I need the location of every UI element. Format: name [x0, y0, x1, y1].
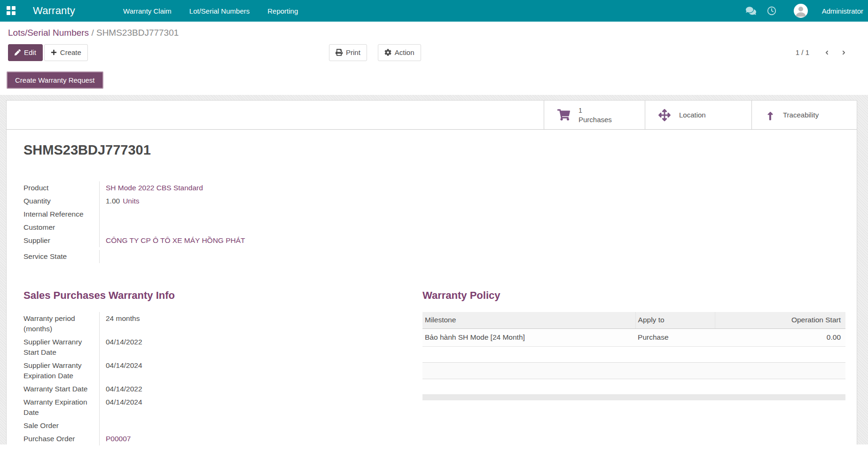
main-menu: Warranty Claim Lot/Serial Numbers Report… — [123, 1, 298, 21]
create-button[interactable]: Create — [44, 44, 88, 61]
field-label-product: Product — [23, 181, 99, 195]
column-header-operation-start[interactable]: Operation Start — [715, 312, 845, 328]
printer-icon — [336, 49, 343, 56]
chevron-left-icon — [824, 48, 830, 57]
purchases-count: 1 — [579, 107, 582, 114]
field-row-supplier-warranty-expiration: Supplier Warranty Expiration Date 04/14/… — [23, 359, 422, 382]
breadcrumb-separator: / — [91, 28, 94, 38]
app-brand[interactable]: Warranty — [33, 5, 75, 17]
menu-reporting[interactable]: Reporting — [267, 1, 298, 21]
pager-next-button[interactable] — [837, 47, 850, 59]
menu-warranty-claim[interactable]: Warranty Claim — [123, 1, 172, 21]
top-navbar: Warranty Warranty Claim Lot/Serial Numbe… — [0, 0, 868, 22]
warranty-policy-section: Warranty Policy Milestone Apply to Opera… — [422, 289, 857, 445]
control-panel-buttons: Edit Create Print Action 1 / 1 — [8, 44, 860, 61]
field-label-quantity: Quantity — [23, 195, 99, 208]
smart-button-location[interactable]: Location — [645, 101, 751, 129]
messages-icon[interactable] — [746, 6, 756, 16]
field-row-warranty-expiration: Warranty Expiration Date 04/14/2024 — [23, 396, 422, 419]
pencil-icon — [15, 49, 21, 55]
navbar-systray: Administrator — [746, 4, 863, 18]
field-label-warranty-start: Warranty Start Date — [23, 382, 99, 396]
field-row-internal-reference: Internal Reference — [23, 208, 857, 221]
field-row-warranty-start: Warranty Start Date 04/14/2022 — [23, 382, 422, 396]
empty-table-row — [422, 362, 845, 379]
table-row[interactable]: Bảo hành SH Mode [24 Month] Purchase 0.0… — [422, 328, 845, 346]
field-label-supplier-warranty-start: Supplier Warranry Start Date — [23, 335, 99, 359]
table-footer-bar — [422, 394, 845, 400]
content-background: 1 Purchases Location Traceability SHMS23… — [0, 95, 868, 444]
apps-grid-icon[interactable] — [7, 6, 16, 16]
warranty-info-title: Sales Purchases Warranty Info — [23, 289, 422, 302]
supplier-warranty-start-value: 04/14/2022 — [99, 335, 422, 359]
edit-button[interactable]: Edit — [8, 44, 43, 61]
purchases-label: Purchases — [579, 116, 612, 124]
traceability-label: Traceability — [783, 110, 819, 119]
empty-table-row — [422, 379, 845, 394]
field-label-warranty-period: Warranty period (months) — [23, 312, 99, 335]
smart-button-traceability[interactable]: Traceability — [751, 101, 857, 129]
product-link[interactable]: SH Mode 2022 CBS Standard — [106, 184, 203, 192]
field-label-internal-reference: Internal Reference — [23, 208, 99, 221]
pager-counter: 1 / 1 — [796, 48, 809, 56]
avatar[interactable] — [794, 4, 808, 18]
field-row-warranty-period: Warranty period (months) 24 months — [23, 312, 422, 335]
shopping-cart-icon — [557, 109, 570, 121]
menu-lot-serial-numbers[interactable]: Lot/Serial Numbers — [189, 1, 250, 21]
field-label-supplier: Supplier — [23, 234, 99, 247]
create-warranty-request-button[interactable]: Create Warranty Request — [7, 71, 103, 89]
field-label-purchase-order: Purchase Order — [23, 432, 99, 445]
breadcrumb: Lots/Serial Numbers / SHMS23BDJ777301 — [8, 28, 860, 38]
purchase-order-link[interactable]: P00007 — [106, 435, 131, 443]
warranty-policy-title: Warranty Policy — [422, 289, 845, 302]
smart-button-purchases[interactable]: 1 Purchases — [544, 101, 645, 129]
quantity-value: 1.00 — [106, 197, 120, 205]
user-name[interactable]: Administrator — [822, 7, 863, 15]
warranty-policy-table: Milestone Apply to Operation Start Bảo h… — [422, 312, 845, 347]
customer-value — [99, 221, 857, 234]
chevron-right-icon — [841, 48, 847, 57]
warranty-info-section: Sales Purchases Warranty Info Warranty p… — [16, 289, 422, 445]
arrows-move-icon — [658, 109, 671, 121]
empty-table-row — [422, 347, 845, 362]
field-label-supplier-warranty-expiration: Supplier Warranty Expiration Date — [23, 359, 99, 382]
cell-operation-start[interactable]: 0.00 — [715, 328, 845, 346]
smart-button-row: 1 Purchases Location Traceability — [7, 101, 857, 130]
warranty-expiration-value: 04/14/2024 — [99, 396, 422, 419]
column-header-milestone[interactable]: Milestone — [422, 312, 635, 328]
field-row-supplier: Supplier CÔNG TY CP Ô TÔ XE MÁY HỒNG PHÁ… — [23, 234, 857, 247]
field-row-sale-order: Sale Order — [23, 419, 422, 432]
warranty-start-value: 04/14/2022 — [99, 382, 422, 396]
cell-milestone[interactable]: Bảo hành SH Mode [24 Month] — [422, 328, 635, 346]
column-header-apply-to[interactable]: Apply to — [635, 312, 715, 328]
field-row-supplier-warranty-start: Supplier Warranry Start Date 04/14/2022 — [23, 335, 422, 359]
field-row-customer: Customer — [23, 221, 857, 234]
breadcrumb-current: SHMS23BDJ777301 — [96, 28, 179, 38]
field-label-sale-order: Sale Order — [23, 419, 99, 432]
location-label: Location — [679, 110, 706, 119]
activities-clock-icon[interactable] — [766, 6, 777, 16]
cell-apply-to[interactable]: Purchase — [635, 328, 715, 346]
action-button[interactable]: Action — [378, 44, 421, 61]
table-header-row: Milestone Apply to Operation Start — [422, 312, 845, 328]
sale-order-value — [99, 419, 422, 432]
field-row-product: Product SH Mode 2022 CBS Standard — [23, 181, 857, 195]
internal-reference-value — [99, 208, 857, 221]
units-link[interactable]: Units — [123, 197, 139, 205]
warranty-period-value: 24 months — [99, 312, 422, 335]
field-row-service-state: Service State — [23, 250, 857, 263]
control-panel: Lots/Serial Numbers / SHMS23BDJ777301 Ed… — [0, 22, 868, 65]
statusbar: Create Warranty Request — [0, 65, 868, 95]
field-label-service-state: Service State — [23, 250, 99, 263]
field-label-warranty-expiration: Warranty Expiration Date — [23, 396, 99, 419]
main-field-group: Product SH Mode 2022 CBS Standard Quanti… — [23, 181, 857, 263]
field-row-purchase-order: Purchase Order P00007 — [23, 432, 422, 445]
print-button[interactable]: Print — [329, 44, 367, 61]
plus-icon — [51, 49, 57, 55]
supplier-warranty-expiration-value: 04/14/2024 — [99, 359, 422, 382]
field-label-customer: Customer — [23, 221, 99, 234]
pager-previous-button[interactable] — [821, 47, 833, 59]
breadcrumb-parent-link[interactable]: Lots/Serial Numbers — [8, 28, 89, 38]
supplier-link[interactable]: CÔNG TY CP Ô TÔ XE MÁY HỒNG PHÁT — [106, 236, 245, 244]
service-state-value — [99, 250, 857, 263]
